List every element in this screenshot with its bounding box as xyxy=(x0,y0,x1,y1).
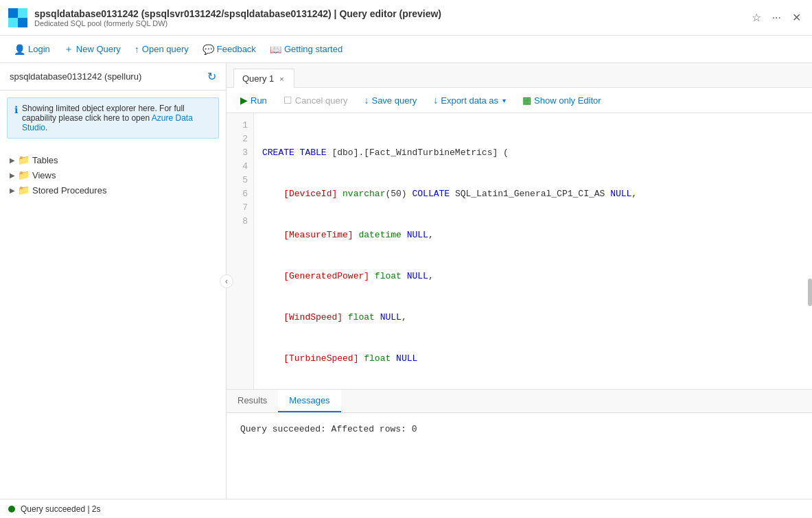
query-tab-1[interactable]: Query 1 × xyxy=(233,69,294,88)
line-num-8: 8 xyxy=(235,215,248,228)
status-duration: 2s xyxy=(92,504,101,514)
results-content: Query succeeded: Affected rows: 0 xyxy=(227,413,812,445)
code-line-4: [GeneratedPower] float NULL, xyxy=(262,270,804,283)
more-options-button[interactable]: ··· xyxy=(769,10,784,25)
svg-rect-0 xyxy=(8,8,18,18)
title-bar-actions: ☆ ··· ✕ xyxy=(749,10,804,25)
feedback-button[interactable]: 💬 Feedback xyxy=(197,41,262,58)
title-bar-text: spsqldatabase0131242 (spsqlsvr0131242/sp… xyxy=(34,8,749,27)
azure-logo xyxy=(8,8,27,27)
cancel-query-button[interactable]: ☐ Cancel query xyxy=(278,92,353,108)
feedback-label: Feedback xyxy=(217,44,256,54)
query-tab-1-close[interactable]: × xyxy=(278,75,285,83)
save-query-button[interactable]: ↓ Save query xyxy=(358,92,422,108)
code-content[interactable]: CREATE TABLE [dbo].[Fact_WindTurbineMetr… xyxy=(254,113,812,389)
main-content: spsqldatabase0131242 (spelluru) ↻ ℹ Show… xyxy=(0,63,812,499)
info-text: Showing limited object explorer here. Fo… xyxy=(22,104,211,132)
folder-tables-icon: 📁 xyxy=(18,154,30,165)
close-button[interactable]: ✕ xyxy=(789,10,804,25)
info-icon: ℹ xyxy=(14,104,18,132)
folder-views-icon: 📁 xyxy=(18,169,30,180)
db-header: spsqldatabase0131242 (spelluru) ↻ xyxy=(0,63,226,91)
line-num-7: 7 xyxy=(235,201,248,215)
code-line-1: CREATE TABLE [dbo].[Fact_WindTurbineMetr… xyxy=(262,146,804,160)
login-button[interactable]: 👤 Login xyxy=(8,41,56,58)
show-editor-label: Show only Editor xyxy=(534,95,601,106)
results-tabs: Results Messages xyxy=(227,390,812,413)
query-result-message: Query succeeded: Affected rows: 0 xyxy=(240,424,417,434)
login-label: Login xyxy=(28,44,50,54)
main-toolbar: 👤 Login ＋ New Query ↑ Open query 💬 Feedb… xyxy=(0,36,812,63)
status-bar: Query succeeded | 2s xyxy=(0,499,812,518)
query-toolbar: ▶ Run ☐ Cancel query ↓ Save query ↓ Expo… xyxy=(227,88,812,113)
code-line-2: [DeviceId] nvarchar(50) COLLATE SQL_Lati… xyxy=(262,187,804,201)
run-button[interactable]: ▶ Run xyxy=(235,92,272,108)
code-line-5: [WindSpeed] float NULL, xyxy=(262,311,804,325)
feedback-icon: 💬 xyxy=(202,44,214,55)
getting-started-label: Getting started xyxy=(284,44,343,54)
run-icon: ▶ xyxy=(240,95,248,106)
svg-rect-2 xyxy=(8,18,18,27)
code-lines: 1 2 3 4 5 6 7 8 CREATE TABLE [dbo].[Fact… xyxy=(227,113,812,389)
azure-data-studio-link[interactable]: Azure Data Studio xyxy=(22,113,193,132)
views-label: Views xyxy=(32,170,56,180)
line-num-5: 5 xyxy=(235,174,248,187)
getting-started-button[interactable]: 📖 Getting started xyxy=(264,41,348,58)
results-panel: Results Messages Query succeeded: Affect… xyxy=(227,389,812,499)
favorite-button[interactable]: ☆ xyxy=(749,10,764,25)
object-explorer: ▶ 📁 Tables ▶ 📁 Views ▶ 📁 Stored Procedur… xyxy=(0,145,226,204)
grid-icon: ▦ xyxy=(522,95,531,106)
person-icon: 👤 xyxy=(14,44,25,55)
tables-label: Tables xyxy=(32,155,58,165)
export-data-button[interactable]: ↓ Export data as ▾ xyxy=(428,92,511,108)
cancel-icon: ☐ xyxy=(283,95,292,106)
code-editor[interactable]: 1 2 3 4 5 6 7 8 CREATE TABLE [dbo].[Fact… xyxy=(227,113,812,389)
run-label: Run xyxy=(251,95,267,106)
line-num-4: 4 xyxy=(235,160,248,174)
save-label: Save query xyxy=(371,95,417,106)
export-dropdown-icon: ▾ xyxy=(502,97,506,104)
results-tab[interactable]: Results xyxy=(227,390,278,412)
scroll-indicator xyxy=(808,279,812,306)
tree-item-stored-procedures[interactable]: ▶ 📁 Stored Procedures xyxy=(10,183,216,198)
svg-rect-1 xyxy=(18,8,27,18)
code-line-3: [MeasureTime] datetime NULL, xyxy=(262,228,804,242)
chevron-views: ▶ xyxy=(10,172,15,179)
tree-item-tables[interactable]: ▶ 📁 Tables xyxy=(10,152,216,167)
stored-procedures-label: Stored Procedures xyxy=(32,185,106,196)
db-name: spsqldatabase0131242 (spelluru) xyxy=(10,71,141,82)
line-numbers: 1 2 3 4 5 6 7 8 xyxy=(227,113,254,389)
status-label: Query succeeded xyxy=(21,504,85,514)
messages-tab[interactable]: Messages xyxy=(278,390,340,412)
line-num-2: 2 xyxy=(235,132,248,146)
left-panel: spsqldatabase0131242 (spelluru) ↻ ℹ Show… xyxy=(0,63,227,499)
folder-stored-procedures-icon: 📁 xyxy=(18,185,30,196)
tree-item-views[interactable]: ▶ 📁 Views xyxy=(10,167,216,183)
new-query-label: New Query xyxy=(76,44,121,54)
show-editor-button[interactable]: ▦ Show only Editor xyxy=(517,92,607,108)
status-text: Query succeeded | 2s xyxy=(21,504,101,514)
title-bar: spsqldatabase0131242 (spsqlsvr0131242/sp… xyxy=(0,0,812,36)
cancel-label: Cancel query xyxy=(295,95,348,106)
chevron-stored-procedures: ▶ xyxy=(10,187,15,194)
code-line-6: [TurbineSpeed] float NULL xyxy=(262,352,804,366)
query-tabs: Query 1 × xyxy=(227,63,812,88)
line-num-6: 6 xyxy=(235,187,248,201)
collapse-panel-button[interactable]: ‹ xyxy=(220,274,233,288)
chevron-tables: ▶ xyxy=(10,156,15,164)
window-title: spsqldatabase0131242 (spsqlsvr0131242/sp… xyxy=(34,8,749,19)
window-subtitle: Dedicated SQL pool (formerly SQL DW) xyxy=(34,19,749,27)
refresh-button[interactable]: ↻ xyxy=(207,70,216,83)
export-icon: ↓ xyxy=(433,95,438,106)
export-label: Export data as xyxy=(441,95,498,106)
save-icon: ↓ xyxy=(364,95,369,106)
upload-icon: ↑ xyxy=(135,44,139,55)
new-query-button[interactable]: ＋ New Query xyxy=(58,40,126,58)
open-query-label: Open query xyxy=(142,44,189,54)
messages-tab-label: Messages xyxy=(289,395,329,405)
info-banner: ℹ Showing limited object explorer here. … xyxy=(7,97,219,139)
open-query-button[interactable]: ↑ Open query xyxy=(129,41,194,58)
book-icon: 📖 xyxy=(270,44,281,55)
line-num-1: 1 xyxy=(235,119,248,132)
right-panel: Query 1 × ▶ Run ☐ Cancel query ↓ Save qu… xyxy=(227,63,812,499)
